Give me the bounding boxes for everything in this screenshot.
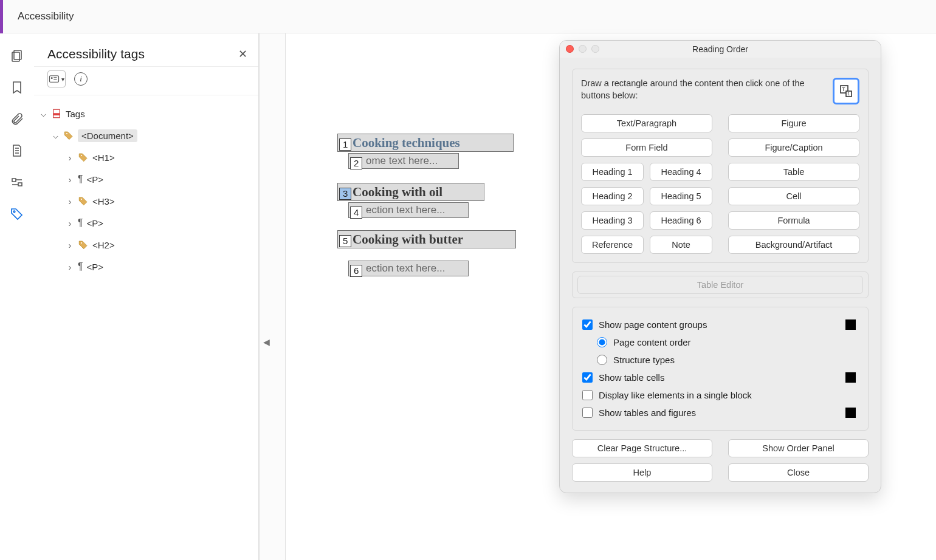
color-swatch[interactable] [845, 408, 856, 418]
radio-structure-types[interactable] [597, 355, 607, 365]
fragment-number[interactable]: 2 [350, 157, 362, 170]
fragment-number[interactable]: 6 [350, 265, 362, 278]
btn-clear-structure[interactable]: Clear Page Structure... [572, 439, 712, 457]
color-swatch[interactable] [845, 319, 856, 330]
svg-rect-3 [50, 76, 59, 83]
fragment-number[interactable]: 4 [350, 207, 362, 219]
tree-root-tags[interactable]: ⌵ Tags [39, 103, 253, 125]
tree-item[interactable]: ›<H3> [39, 190, 253, 212]
opt-show-tables-figures[interactable]: Show tables and figures [582, 404, 858, 422]
checkbox-show-groups[interactable] [582, 319, 593, 330]
checkbox-show-tables-figures[interactable] [582, 408, 593, 418]
tree-root-label: Tags [66, 109, 85, 119]
btn-text-paragraph[interactable]: Text/Paragraph [581, 114, 712, 132]
opt-label: Show tables and figures [599, 408, 696, 418]
tree-item[interactable]: ›¶<P> [39, 256, 253, 278]
svg-point-9 [81, 199, 82, 200]
chevron-right-icon: › [66, 196, 74, 207]
tags-toolbar: ▾ i [34, 66, 258, 95]
opt-structure-types[interactable]: Structure types [582, 351, 858, 369]
btn-table[interactable]: Table [728, 163, 859, 181]
checkbox-like-elements[interactable] [582, 390, 593, 400]
chevron-down-icon: ⌵ [51, 130, 60, 141]
fragment-text: ection text here... [349, 204, 445, 216]
pages-icon[interactable] [10, 49, 24, 63]
btn-background-artifact[interactable]: Background/Artifact [728, 236, 859, 254]
btn-heading-2[interactable]: Heading 2 [581, 187, 644, 205]
opt-page-order[interactable]: Page content order [582, 333, 858, 351]
btn-heading-1[interactable]: Heading 1 [581, 163, 644, 181]
bookmark-icon[interactable] [10, 80, 24, 95]
tags-tree: ⌵ Tags ⌵ <Document> ›<H1>›¶<P>›<H3>›¶<P>… [34, 95, 258, 278]
panel-resize-gutter[interactable]: ◀ [259, 33, 286, 560]
svg-point-4 [51, 78, 52, 79]
btn-heading-6[interactable]: Heading 6 [650, 211, 712, 230]
radio-page-order[interactable] [597, 337, 607, 347]
opt-show-cells[interactable]: Show table cells [582, 369, 858, 386]
collapse-left-icon[interactable]: ◀ [263, 337, 270, 347]
minimize-window-button[interactable] [579, 45, 587, 53]
left-nav-rail [0, 33, 34, 560]
btn-heading-4[interactable]: Heading 4 [650, 163, 712, 181]
svg-point-10 [81, 242, 82, 244]
tree-item-label: <Document> [78, 129, 137, 142]
tree-item-document[interactable]: ⌵ <Document> [39, 125, 253, 146]
btn-reference[interactable]: Reference [581, 236, 644, 254]
content-fragment[interactable]: 4ection text here... [348, 202, 469, 218]
content-fragment[interactable]: 3Cooking with oil [337, 183, 484, 201]
svg-text:1: 1 [847, 91, 850, 97]
btn-cell[interactable]: Cell [728, 187, 859, 205]
content-fragment[interactable]: 5Cooking with butter [337, 230, 516, 248]
top-bar-title: Accessibility [18, 10, 74, 22]
tags-info-button[interactable]: i [74, 72, 88, 86]
svg-point-2 [13, 211, 15, 213]
opt-like-elements[interactable]: Display like elements in a single block [582, 386, 858, 404]
reading-order-dialog: Reading Order Draw a rectangle around th… [559, 40, 881, 493]
close-window-button[interactable] [566, 45, 574, 53]
tree-item[interactable]: ›<H1> [39, 146, 253, 168]
opt-label: Display like elements in a single block [599, 390, 752, 400]
btn-heading-3[interactable]: Heading 3 [581, 211, 644, 230]
btn-close[interactable]: Close [728, 463, 869, 482]
tree-item[interactable]: ›<H2> [39, 234, 253, 256]
fragment-number[interactable]: 1 [339, 138, 351, 151]
zoom-window-button[interactable] [591, 45, 599, 53]
content-fragment[interactable]: 6ection text here... [348, 261, 469, 276]
fragment-text: Cooking with oil [338, 185, 442, 200]
btn-figure-caption[interactable]: Figure/Caption [728, 138, 859, 157]
fragment-text: Cooking with butter [338, 232, 463, 247]
fragment-text: ection text here... [349, 262, 445, 275]
tags-options-button[interactable]: ▾ [47, 70, 66, 87]
btn-heading-5[interactable]: Heading 5 [650, 187, 712, 205]
content-fragment[interactable]: 1Cooking techniques [337, 134, 514, 152]
opt-show-groups[interactable]: Show page content groups [582, 316, 858, 333]
tags-icon[interactable] [10, 207, 24, 221]
color-swatch[interactable] [845, 372, 856, 383]
btn-figure[interactable]: Figure [728, 114, 859, 132]
chevron-right-icon: › [66, 152, 74, 163]
tree-item[interactable]: ›¶<P> [39, 168, 253, 190]
btn-table-editor: Table Editor [577, 276, 863, 294]
btn-form-field[interactable]: Form Field [581, 138, 712, 157]
tree-item[interactable]: ›¶<P> [39, 212, 253, 234]
content-fragment[interactable]: 2ome text here... [348, 153, 459, 169]
chevron-right-icon: › [66, 174, 74, 185]
attachment-icon[interactable] [10, 112, 24, 126]
dialog-titlebar[interactable]: Reading Order [560, 41, 881, 58]
btn-help[interactable]: Help [572, 463, 712, 482]
checkbox-show-cells[interactable] [582, 372, 593, 383]
chevron-down-icon: ⌵ [39, 108, 47, 119]
tree-item-label: <H3> [92, 196, 115, 207]
tag-icon [78, 239, 89, 250]
tag-icon [78, 152, 89, 163]
fragment-number[interactable]: 5 [339, 235, 351, 248]
tag-icon [78, 196, 89, 207]
btn-note[interactable]: Note [650, 236, 712, 254]
btn-formula[interactable]: Formula [728, 211, 859, 230]
order-icon[interactable] [10, 175, 24, 190]
fragment-number[interactable]: 3 [339, 188, 351, 200]
reading-order-tool-button[interactable]: T1 [833, 78, 859, 104]
tags-panel-close-button[interactable]: ✕ [238, 47, 247, 61]
document-icon[interactable] [10, 143, 24, 158]
btn-show-order-panel[interactable]: Show Order Panel [728, 439, 869, 457]
